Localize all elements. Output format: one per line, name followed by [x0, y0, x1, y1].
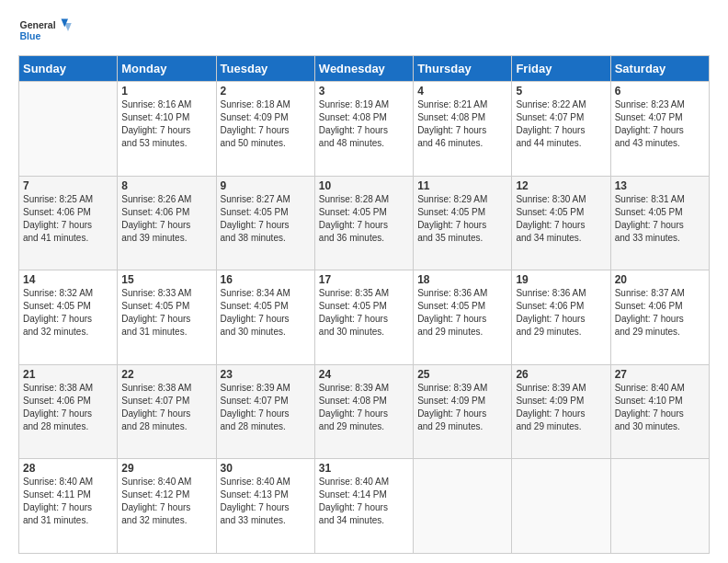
calendar-cell — [610, 459, 709, 554]
calendar-cell: 3Sunrise: 8:19 AM Sunset: 4:08 PM Daylig… — [314, 82, 413, 177]
day-number: 17 — [319, 273, 409, 286]
day-number: 3 — [319, 85, 409, 98]
day-detail: Sunrise: 8:26 AM Sunset: 4:06 PM Dayligh… — [121, 193, 211, 245]
day-detail: Sunrise: 8:39 AM Sunset: 4:09 PM Dayligh… — [516, 382, 606, 433]
day-detail: Sunrise: 8:25 AM Sunset: 4:06 PM Dayligh… — [23, 193, 113, 245]
day-number: 22 — [121, 368, 211, 381]
day-detail: Sunrise: 8:16 AM Sunset: 4:10 PM Dayligh… — [121, 98, 211, 150]
calendar-cell: 11Sunrise: 8:29 AM Sunset: 4:05 PM Dayli… — [414, 176, 512, 270]
calendar-cell: 6Sunrise: 8:23 AM Sunset: 4:07 PM Daylig… — [610, 82, 709, 177]
day-number: 31 — [319, 462, 409, 475]
day-number: 21 — [23, 368, 113, 381]
calendar-week-5: 28Sunrise: 8:40 AM Sunset: 4:11 PM Dayli… — [19, 459, 710, 554]
calendar-cell: 14Sunrise: 8:32 AM Sunset: 4:05 PM Dayli… — [19, 270, 118, 365]
day-detail: Sunrise: 8:35 AM Sunset: 4:05 PM Dayligh… — [319, 287, 409, 339]
day-detail: Sunrise: 8:40 AM Sunset: 4:12 PM Dayligh… — [121, 476, 211, 527]
day-detail: Sunrise: 8:40 AM Sunset: 4:13 PM Dayligh… — [221, 476, 311, 527]
day-detail: Sunrise: 8:40 AM Sunset: 4:10 PM Dayligh… — [615, 382, 705, 433]
day-detail: Sunrise: 8:40 AM Sunset: 4:11 PM Dayligh… — [23, 476, 113, 527]
calendar-week-1: 1Sunrise: 8:16 AM Sunset: 4:10 PM Daylig… — [19, 82, 710, 177]
day-detail: Sunrise: 8:29 AM Sunset: 4:05 PM Dayligh… — [417, 193, 507, 245]
page: GeneralBlue SundayMondayTuesdayWednesday… — [0, 0, 728, 563]
day-detail: Sunrise: 8:21 AM Sunset: 4:08 PM Dayligh… — [417, 98, 507, 150]
day-detail: Sunrise: 8:31 AM Sunset: 4:05 PM Dayligh… — [615, 193, 705, 245]
calendar-cell: 28Sunrise: 8:40 AM Sunset: 4:11 PM Dayli… — [19, 459, 118, 554]
calendar-week-4: 21Sunrise: 8:38 AM Sunset: 4:06 PM Dayli… — [19, 364, 710, 459]
day-number: 11 — [417, 179, 507, 192]
day-detail: Sunrise: 8:39 AM Sunset: 4:09 PM Dayligh… — [417, 382, 507, 433]
calendar-cell: 18Sunrise: 8:36 AM Sunset: 4:05 PM Dayli… — [414, 270, 512, 365]
calendar-cell: 31Sunrise: 8:40 AM Sunset: 4:14 PM Dayli… — [314, 459, 413, 554]
day-number: 10 — [319, 179, 409, 192]
calendar-cell: 4Sunrise: 8:21 AM Sunset: 4:08 PM Daylig… — [414, 82, 512, 177]
day-number: 16 — [221, 273, 311, 286]
calendar-cell: 23Sunrise: 8:39 AM Sunset: 4:07 PM Dayli… — [216, 364, 314, 459]
day-number: 12 — [516, 179, 606, 192]
day-detail: Sunrise: 8:30 AM Sunset: 4:05 PM Dayligh… — [516, 193, 606, 245]
day-number: 5 — [516, 85, 606, 98]
weekday-header-saturday: Saturday — [610, 56, 709, 82]
weekday-header-thursday: Thursday — [414, 56, 512, 82]
day-number: 14 — [23, 273, 113, 286]
day-number: 7 — [23, 179, 113, 192]
svg-text:Blue: Blue — [20, 30, 41, 41]
day-detail: Sunrise: 8:39 AM Sunset: 4:07 PM Dayligh… — [221, 382, 311, 433]
calendar-cell: 17Sunrise: 8:35 AM Sunset: 4:05 PM Dayli… — [314, 270, 413, 365]
day-number: 6 — [615, 85, 705, 98]
day-detail: Sunrise: 8:19 AM Sunset: 4:08 PM Dayligh… — [319, 98, 409, 150]
calendar-cell: 7Sunrise: 8:25 AM Sunset: 4:06 PM Daylig… — [19, 176, 118, 270]
day-detail: Sunrise: 8:39 AM Sunset: 4:08 PM Dayligh… — [319, 382, 409, 433]
weekday-header-wednesday: Wednesday — [314, 56, 413, 82]
day-detail: Sunrise: 8:40 AM Sunset: 4:14 PM Dayligh… — [319, 476, 409, 527]
calendar-cell: 9Sunrise: 8:27 AM Sunset: 4:05 PM Daylig… — [216, 176, 314, 270]
calendar-cell: 22Sunrise: 8:38 AM Sunset: 4:07 PM Dayli… — [118, 364, 216, 459]
calendar-week-3: 14Sunrise: 8:32 AM Sunset: 4:05 PM Dayli… — [19, 270, 710, 365]
calendar-cell: 12Sunrise: 8:30 AM Sunset: 4:05 PM Dayli… — [512, 176, 610, 270]
day-detail: Sunrise: 8:33 AM Sunset: 4:05 PM Dayligh… — [121, 287, 211, 339]
day-detail: Sunrise: 8:28 AM Sunset: 4:05 PM Dayligh… — [319, 193, 409, 245]
calendar-cell: 27Sunrise: 8:40 AM Sunset: 4:10 PM Dayli… — [610, 364, 709, 459]
day-number: 19 — [516, 273, 606, 286]
weekday-header-friday: Friday — [512, 56, 610, 82]
day-number: 13 — [615, 179, 705, 192]
calendar-cell: 5Sunrise: 8:22 AM Sunset: 4:07 PM Daylig… — [512, 82, 610, 177]
calendar-cell: 21Sunrise: 8:38 AM Sunset: 4:06 PM Dayli… — [19, 364, 118, 459]
day-number: 15 — [121, 273, 211, 286]
day-number: 9 — [221, 179, 311, 192]
svg-marker-3 — [64, 23, 72, 31]
calendar-cell: 2Sunrise: 8:18 AM Sunset: 4:09 PM Daylig… — [216, 82, 314, 177]
day-detail: Sunrise: 8:37 AM Sunset: 4:06 PM Dayligh… — [615, 287, 705, 339]
weekday-header-tuesday: Tuesday — [216, 56, 314, 82]
day-detail: Sunrise: 8:38 AM Sunset: 4:07 PM Dayligh… — [121, 382, 211, 433]
weekday-header-monday: Monday — [118, 56, 216, 82]
calendar-cell: 29Sunrise: 8:40 AM Sunset: 4:12 PM Dayli… — [118, 459, 216, 554]
logo: GeneralBlue — [18, 15, 74, 48]
day-number: 4 — [417, 85, 507, 98]
day-number: 18 — [417, 273, 507, 286]
day-number: 28 — [23, 462, 113, 475]
day-number: 2 — [221, 85, 311, 98]
day-number: 24 — [319, 368, 409, 381]
day-number: 25 — [417, 368, 507, 381]
header: GeneralBlue — [18, 15, 710, 48]
day-number: 1 — [121, 85, 211, 98]
svg-text:General: General — [20, 19, 56, 30]
day-detail: Sunrise: 8:23 AM Sunset: 4:07 PM Dayligh… — [615, 98, 705, 150]
weekday-header-row: SundayMondayTuesdayWednesdayThursdayFrid… — [19, 56, 710, 82]
calendar-cell: 24Sunrise: 8:39 AM Sunset: 4:08 PM Dayli… — [314, 364, 413, 459]
calendar-cell: 20Sunrise: 8:37 AM Sunset: 4:06 PM Dayli… — [610, 270, 709, 365]
calendar-table: SundayMondayTuesdayWednesdayThursdayFrid… — [18, 55, 710, 554]
calendar-cell: 26Sunrise: 8:39 AM Sunset: 4:09 PM Dayli… — [512, 364, 610, 459]
calendar-cell: 30Sunrise: 8:40 AM Sunset: 4:13 PM Dayli… — [216, 459, 314, 554]
day-detail: Sunrise: 8:38 AM Sunset: 4:06 PM Dayligh… — [23, 382, 113, 433]
calendar-cell: 1Sunrise: 8:16 AM Sunset: 4:10 PM Daylig… — [118, 82, 216, 177]
calendar-cell: 13Sunrise: 8:31 AM Sunset: 4:05 PM Dayli… — [610, 176, 709, 270]
day-detail: Sunrise: 8:36 AM Sunset: 4:06 PM Dayligh… — [516, 287, 606, 339]
day-detail: Sunrise: 8:18 AM Sunset: 4:09 PM Dayligh… — [221, 98, 311, 150]
day-detail: Sunrise: 8:27 AM Sunset: 4:05 PM Dayligh… — [221, 193, 311, 245]
day-number: 20 — [615, 273, 705, 286]
calendar-week-2: 7Sunrise: 8:25 AM Sunset: 4:06 PM Daylig… — [19, 176, 710, 270]
calendar-cell: 16Sunrise: 8:34 AM Sunset: 4:05 PM Dayli… — [216, 270, 314, 365]
day-detail: Sunrise: 8:36 AM Sunset: 4:05 PM Dayligh… — [417, 287, 507, 339]
calendar-cell: 10Sunrise: 8:28 AM Sunset: 4:05 PM Dayli… — [314, 176, 413, 270]
